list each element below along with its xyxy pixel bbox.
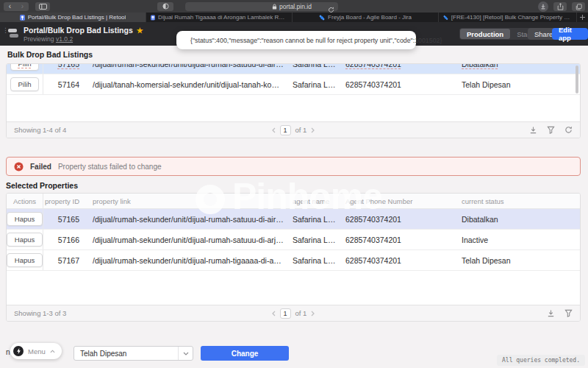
error-toast[interactable]: {"status":400,"message":"reason cannot b… bbox=[176, 31, 416, 49]
jira-favicon bbox=[319, 15, 325, 21]
page-number-input[interactable]: 1 bbox=[280, 308, 291, 319]
downloads-icon[interactable] bbox=[538, 1, 548, 12]
agent-name-cell: Safarina Lutfiyya bbox=[284, 250, 337, 270]
address-bar[interactable]: portal.pin.id bbox=[185, 2, 338, 11]
app-title: Portal/Bulk Drop Bad Listings bbox=[24, 26, 133, 35]
prev-page-icon[interactable] bbox=[272, 127, 276, 133]
tab-label: Portal/Bulk Drop Bad Listings | Retool bbox=[28, 14, 126, 21]
sidebar-icon[interactable] bbox=[35, 2, 50, 11]
menu-button[interactable]: Menu bbox=[10, 343, 62, 359]
tab-retool-portal[interactable]: Portal/Bulk Drop Bad Listings | Retool bbox=[0, 13, 146, 22]
filter-icon[interactable] bbox=[547, 126, 555, 134]
status-select[interactable]: Telah Dipesan bbox=[74, 346, 193, 361]
refresh-icon[interactable] bbox=[564, 126, 573, 134]
page-count-label: of 1 bbox=[295, 309, 307, 317]
current-status-cell: Dibatalkan bbox=[453, 64, 580, 74]
url-text: portal.pin.id bbox=[279, 3, 312, 10]
agent-name-cell: Safarina Lutfiyya bbox=[284, 230, 337, 250]
download-icon[interactable] bbox=[547, 309, 555, 317]
property-link-cell: /dijual/tanah-komersial-sekunder/unit/di… bbox=[84, 74, 284, 94]
header-property-id[interactable]: property ID bbox=[43, 194, 84, 208]
listings-table: Pilih 57165 /dijual/rumah-sekunder/unit/… bbox=[6, 63, 581, 138]
change-button[interactable]: Change bbox=[201, 346, 289, 361]
page-count-label: of 1 bbox=[295, 126, 307, 134]
browser-toolbar: ‹ › portal.pin.id bbox=[0, 0, 588, 13]
favorite-star-icon[interactable]: ★ bbox=[137, 26, 143, 35]
tab-jira-ticket[interactable]: [FRE-4130] [Retool] Bulk Change Property… bbox=[439, 13, 577, 22]
selected-table-footer: Showing 1-3 of 3 1 of 1 bbox=[7, 305, 580, 321]
nav-buttons: ‹ › bbox=[4, 2, 29, 11]
header-actions[interactable]: Actions bbox=[7, 194, 43, 208]
agent-name-cell: Safarina Lutfiyya bbox=[284, 74, 337, 94]
privacy-report-icon[interactable] bbox=[157, 2, 173, 11]
current-status-cell: Telah Dipesan bbox=[453, 74, 580, 94]
prev-page-icon[interactable] bbox=[272, 311, 276, 316]
filter-icon[interactable] bbox=[564, 309, 573, 317]
alert-message: Property status failed to change bbox=[58, 163, 162, 171]
property-id-cell: 57165 bbox=[43, 64, 84, 74]
version-link[interactable]: v1.0.2 bbox=[56, 35, 73, 43]
tab-label: Freyja Board - Agile Board - Jira bbox=[328, 14, 412, 21]
header-current-status[interactable]: current status bbox=[453, 194, 580, 208]
tab-strip: Portal/Bulk Drop Bad Listings | Retool D… bbox=[0, 13, 588, 22]
query-status-bar: All queries completed. bbox=[497, 355, 585, 366]
pilih-button[interactable]: Pilih bbox=[10, 64, 40, 71]
tab-label: Dijual Rumah Tigaaaa di Arongan Lambalek… bbox=[158, 14, 287, 21]
table-row[interactable]: Hapus 57167 /dijual/rumah-sekunder/unit/… bbox=[7, 250, 580, 271]
tab-jira-board[interactable]: Freyja Board - Agile Board - Jira bbox=[293, 13, 439, 22]
hapus-button[interactable]: Hapus bbox=[7, 253, 43, 267]
table-row[interactable]: Hapus 57166 /dijual/rumah-sekunder/unit/… bbox=[7, 230, 580, 250]
pinhome-favicon bbox=[20, 15, 25, 21]
agent-phone-cell: 6285740374201 bbox=[337, 250, 453, 270]
pinhome-favicon bbox=[151, 15, 155, 21]
listings-table-rows: Pilih 57165 /dijual/rumah-sekunder/unit/… bbox=[7, 64, 580, 121]
header-agent-name[interactable]: agent name bbox=[284, 194, 337, 208]
selected-properties-table: Actions property ID property link agent … bbox=[6, 193, 581, 322]
share-icon[interactable] bbox=[553, 2, 567, 11]
table-row[interactable]: Hapus 57165 /dijual/rumah-sekunder/unit/… bbox=[7, 209, 580, 230]
download-icon[interactable] bbox=[529, 126, 537, 134]
retool-logo[interactable] bbox=[8, 29, 18, 38]
table-scrollbar[interactable] bbox=[576, 66, 578, 93]
listings-table-footer: Showing 1-4 of 4 1 of 1 bbox=[7, 121, 580, 138]
env-production[interactable]: Production bbox=[460, 29, 510, 39]
chevron-up-icon bbox=[50, 350, 55, 353]
page-number-input[interactable]: 1 bbox=[280, 125, 291, 135]
agent-phone-cell: 6285740374201 bbox=[337, 64, 453, 74]
agent-phone-cell: 6285740374201 bbox=[337, 230, 453, 250]
hapus-button[interactable]: Hapus bbox=[7, 233, 43, 247]
tab-dijual-rumah[interactable]: Dijual Rumah Tigaaaa di Arongan Lambalek… bbox=[146, 13, 293, 22]
pilih-button[interactable]: Pilih bbox=[10, 77, 40, 91]
selected-table-rows: Hapus 57165 /dijual/rumah-sekunder/unit/… bbox=[7, 209, 580, 305]
property-id-cell: 57166 bbox=[43, 230, 84, 250]
current-status-cell: Dibatalkan bbox=[453, 209, 580, 229]
menu-icon bbox=[13, 346, 24, 356]
property-link-cell: /dijual/rumah-sekunder/unit/dijual-rumah… bbox=[84, 250, 284, 270]
previewing-label: Previewing v1.0.2 bbox=[24, 35, 73, 43]
agent-phone-cell: 6285740374201 bbox=[337, 74, 453, 94]
header-agent-phone[interactable]: Agent Phone Number bbox=[337, 194, 453, 208]
failed-alert: Failed Property status failed to change bbox=[6, 157, 581, 176]
toast-message: {"status":400,"message":"reason cannot b… bbox=[190, 37, 442, 44]
lock-icon bbox=[272, 4, 277, 10]
next-page-icon[interactable] bbox=[311, 127, 315, 133]
next-page-icon[interactable] bbox=[311, 311, 315, 316]
agent-name-cell: Safarina Lutfiyya bbox=[284, 64, 337, 74]
table-row[interactable]: Pilih 57165 /dijual/rumah-sekunder/unit/… bbox=[7, 64, 580, 74]
forward-icon[interactable]: › bbox=[21, 3, 24, 10]
alert-title: Failed bbox=[30, 163, 51, 171]
back-icon[interactable]: ‹ bbox=[9, 3, 11, 10]
property-link-cell: /dijual/rumah-sekunder/unit/dijual-rumah… bbox=[84, 64, 284, 74]
tab-overview-icon[interactable] bbox=[572, 2, 585, 11]
table-row[interactable]: Pilih 57164 /dijual/tanah-komersial-seku… bbox=[7, 74, 580, 95]
header-property-link[interactable]: property link bbox=[84, 194, 284, 208]
chevron-down-icon bbox=[183, 352, 189, 355]
property-link-cell: /dijual/rumah-sekunder/unit/dijual-rumah… bbox=[84, 209, 284, 229]
current-status-cell: Inactive bbox=[453, 230, 580, 250]
new-tab-icon[interactable] bbox=[577, 13, 587, 22]
property-id-cell: 57167 bbox=[43, 250, 84, 270]
selected-properties-title: Selected Properties bbox=[6, 181, 78, 190]
edit-app-button[interactable]: Edit app bbox=[552, 28, 588, 40]
agent-phone-cell: 6285740374201 bbox=[337, 209, 453, 229]
hapus-button[interactable]: Hapus bbox=[7, 212, 43, 226]
